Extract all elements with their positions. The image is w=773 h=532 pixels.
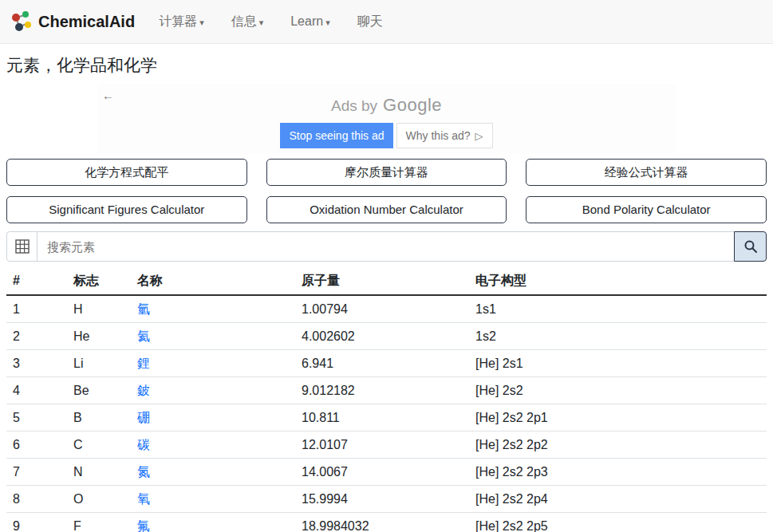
- cell-symbol: F: [67, 513, 131, 532]
- element-link[interactable]: 氫: [137, 302, 150, 316]
- table-row: 7 N 氮 14.0067 [He] 2s2 2p3: [6, 459, 767, 486]
- search-icon: [743, 239, 758, 254]
- table-row: 9 F 氟 18.9984032 [He] 2s2 2p5: [6, 513, 767, 532]
- table-row: 4 Be 鈹 9.012182 [He] 2s2: [6, 377, 767, 404]
- cell-electron-config: [He] 2s2 2p5: [469, 513, 767, 532]
- cell-name: 氧: [131, 486, 295, 513]
- nav-item-label: 信息: [231, 14, 257, 28]
- col-header-name: 名称: [131, 266, 295, 295]
- cell-atomic-mass: 14.0067: [295, 459, 469, 486]
- brand-logo-link[interactable]: ChemicalAid: [10, 10, 135, 33]
- ad-back-arrow-icon[interactable]: ←: [102, 89, 114, 102]
- cell-symbol: N: [67, 459, 131, 486]
- cell-number: 1: [6, 295, 67, 323]
- top-navbar: ChemicalAid 计算器▾ 信息▾ Learn▾ 聊天: [0, 0, 773, 44]
- cell-electron-config: [He] 2s2 2p3: [469, 459, 767, 486]
- cell-atomic-mass: 15.9994: [295, 486, 469, 513]
- element-link[interactable]: 氧: [137, 492, 150, 506]
- grid-icon: [15, 239, 30, 254]
- periodic-table-view-button[interactable]: [6, 231, 37, 262]
- caret-down-icon: ▾: [325, 18, 330, 27]
- cell-electron-config: [He] 2s2 2p2: [469, 432, 767, 459]
- cell-atomic-mass: 6.941: [295, 350, 469, 377]
- cell-name: 硼: [131, 404, 295, 432]
- cell-number: 6: [6, 432, 67, 459]
- adchoices-icon: ▷: [475, 130, 483, 142]
- why-this-ad-label: Why this ad?: [406, 129, 471, 142]
- equation-balancer-button[interactable]: 化学方程式配平: [6, 159, 247, 186]
- search-input[interactable]: [37, 231, 734, 262]
- element-link[interactable]: 氦: [137, 329, 150, 343]
- significant-figures-calculator-button[interactable]: Significant Figures Calculator: [6, 196, 247, 223]
- nav-item-chat[interactable]: 聊天: [357, 14, 383, 30]
- cell-symbol: O: [67, 486, 131, 513]
- cell-number: 7: [6, 459, 67, 486]
- cell-symbol: Li: [67, 350, 131, 377]
- main-nav: 计算器▾ 信息▾ Learn▾ 聊天: [159, 14, 383, 30]
- ads-by-google-label: Ads byGoogle: [97, 84, 676, 116]
- table-row: 3 Li 鋰 6.941 [He] 2s1: [6, 350, 767, 377]
- cell-name: 氫: [131, 295, 295, 323]
- cell-electron-config: [He] 2s1: [469, 350, 767, 377]
- cell-atomic-mass: 12.0107: [295, 432, 469, 459]
- nav-item-calculators[interactable]: 计算器▾: [159, 14, 204, 30]
- elements-table: # 标志 名称 原子量 电子构型 1 H 氫 1.00794 1s1 2 He …: [6, 266, 767, 532]
- cell-symbol: B: [67, 404, 131, 432]
- element-link[interactable]: 氮: [137, 465, 150, 479]
- search-button[interactable]: [734, 231, 767, 262]
- table-row: 1 H 氫 1.00794 1s1: [6, 295, 767, 323]
- cell-atomic-mass: 10.811: [295, 404, 469, 432]
- col-header-symbol: 标志: [67, 266, 131, 295]
- cell-name: 鋰: [131, 350, 295, 377]
- nav-item-info[interactable]: 信息▾: [231, 14, 264, 30]
- col-header-atomic-mass: 原子量: [295, 266, 469, 295]
- cell-name: 鈹: [131, 377, 295, 404]
- cell-name: 氮: [131, 459, 295, 486]
- cell-number: 8: [6, 486, 67, 513]
- caret-down-icon: ▾: [259, 18, 264, 27]
- cell-atomic-mass: 9.012182: [295, 377, 469, 404]
- nav-item-label: 聊天: [357, 14, 383, 28]
- google-ad: ← Ads byGoogle Stop seeing this ad Why t…: [97, 84, 676, 154]
- cell-number: 3: [6, 350, 67, 377]
- nav-item-label: Learn: [290, 14, 323, 28]
- element-search-bar: [6, 231, 767, 262]
- cell-name: 氦: [131, 323, 295, 350]
- cell-symbol: Be: [67, 377, 131, 404]
- col-header-number: #: [6, 266, 67, 295]
- cell-number: 9: [6, 513, 67, 532]
- cell-atomic-mass: 18.9984032: [295, 513, 469, 532]
- empirical-formula-calculator-button[interactable]: 经验公式计算器: [526, 159, 767, 186]
- page-title: 元素，化学品和化学: [0, 44, 773, 84]
- cell-symbol: He: [67, 323, 131, 350]
- table-row: 8 O 氧 15.9994 [He] 2s2 2p4: [6, 486, 767, 513]
- why-this-ad-button[interactable]: Why this ad? ▷: [396, 123, 493, 148]
- cell-electron-config: 1s1: [469, 295, 767, 323]
- ad-controls: Stop seeing this ad Why this ad? ▷: [97, 123, 676, 148]
- nav-item-label: 计算器: [159, 14, 197, 28]
- element-link[interactable]: 鋰: [137, 357, 150, 370]
- cell-name: 碳: [131, 432, 295, 459]
- brand-name: ChemicalAid: [38, 13, 135, 31]
- cell-electron-config: [He] 2s2: [469, 377, 767, 404]
- cell-atomic-mass: 1.00794: [295, 295, 469, 323]
- cell-symbol: C: [67, 432, 131, 459]
- table-header: # 标志 名称 原子量 电子构型: [6, 266, 767, 295]
- element-link[interactable]: 碳: [137, 438, 150, 451]
- bond-polarity-calculator-button[interactable]: Bond Polarity Calculator: [526, 196, 767, 223]
- element-link[interactable]: 鈹: [137, 384, 150, 397]
- element-link[interactable]: 硼: [137, 411, 150, 424]
- molar-mass-calculator-button[interactable]: 摩尔质量计算器: [266, 159, 507, 186]
- cell-number: 4: [6, 377, 67, 404]
- cell-name: 氟: [131, 513, 295, 532]
- element-link[interactable]: 氟: [137, 519, 150, 532]
- nav-item-learn[interactable]: Learn▾: [290, 14, 329, 29]
- caret-down-icon: ▾: [199, 18, 204, 27]
- oxidation-number-calculator-button[interactable]: Oxidation Number Calculator: [266, 196, 507, 223]
- col-header-electron-config: 电子构型: [469, 266, 767, 295]
- cell-electron-config: [He] 2s2 2p4: [469, 486, 767, 513]
- cell-number: 5: [6, 404, 67, 432]
- cell-electron-config: [He] 2s2 2p1: [469, 404, 767, 432]
- stop-seeing-ad-button[interactable]: Stop seeing this ad: [280, 123, 392, 148]
- table-row: 5 B 硼 10.811 [He] 2s2 2p1: [6, 404, 767, 432]
